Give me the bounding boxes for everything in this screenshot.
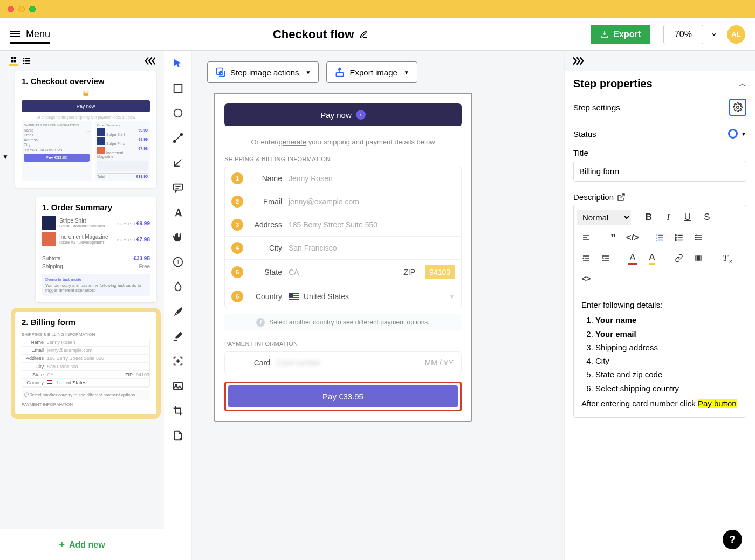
- export-button[interactable]: Export: [591, 25, 650, 44]
- edit-title-icon[interactable]: [359, 30, 368, 39]
- svg-rect-1: [14, 57, 16, 59]
- rte-html-button[interactable]: <>: [577, 271, 595, 286]
- step-properties-header[interactable]: Step properties ︿: [565, 71, 755, 96]
- crop-tool[interactable]: [170, 403, 186, 418]
- rte-strike-button[interactable]: S: [698, 210, 716, 225]
- svg-text:3: 3: [656, 239, 657, 241]
- rte-underline-button[interactable]: U: [678, 210, 697, 225]
- arrow-tool[interactable]: [170, 155, 186, 170]
- chevron-down-icon: ▼: [404, 70, 409, 75]
- number-badge: 6: [231, 291, 243, 302]
- document-title: Checkout flow: [273, 27, 354, 42]
- maximize-window-button[interactable]: [29, 6, 36, 12]
- field-label: State: [250, 268, 282, 276]
- form-row-email: 2Emailjenny@example.com: [225, 190, 461, 213]
- svg-rect-21: [337, 73, 344, 77]
- list-item: Your email: [595, 329, 636, 338]
- user-avatar[interactable]: AL: [727, 25, 745, 44]
- arrow-circle-icon: ›: [356, 110, 366, 120]
- step-image-frame[interactable]: Pay now › Or enter/generate your shippin…: [214, 93, 472, 422]
- svg-rect-2: [11, 60, 13, 62]
- text-tool[interactable]: [170, 205, 186, 220]
- add-page-tool[interactable]: [170, 428, 186, 443]
- export-image-dropdown[interactable]: Export image ▼: [326, 61, 417, 83]
- list-view-icon[interactable]: [22, 56, 31, 66]
- grid-view-icon[interactable]: [9, 56, 18, 66]
- rte-align-button[interactable]: [577, 230, 595, 245]
- ellipse-tool[interactable]: [170, 106, 186, 121]
- zoom-input[interactable]: 70%: [663, 25, 703, 44]
- step-image-actions-dropdown[interactable]: Step image actions ▼: [207, 61, 319, 83]
- pay-button: Pay €33.95: [228, 385, 458, 407]
- field-value: jenny@example.com: [289, 197, 455, 206]
- scenario-card-hotspot[interactable]: [36, 197, 156, 302]
- step-settings-button[interactable]: [729, 99, 746, 116]
- collapse-panel-icon[interactable]: [573, 56, 585, 66]
- tree-expand-marker[interactable]: ▼: [2, 153, 9, 161]
- svg-rect-29: [695, 255, 702, 260]
- close-window-button[interactable]: [8, 6, 14, 12]
- rte-clear-format-button[interactable]: T×: [716, 251, 735, 266]
- highlighter-tool[interactable]: [170, 329, 186, 344]
- panel-heading: Step properties: [573, 78, 653, 90]
- rte-ordered-list-button[interactable]: 123: [650, 230, 669, 245]
- scenario-card-billing-form: 2. Billing form SHIPPING & BILLING INFOR…: [15, 312, 156, 414]
- add-new-button[interactable]: + Add new: [0, 529, 164, 560]
- status-circle-icon: [728, 129, 738, 139]
- zoom-chevron-icon[interactable]: [711, 31, 717, 38]
- rte-indent-button[interactable]: [596, 251, 615, 266]
- minimize-window-button[interactable]: [18, 6, 25, 12]
- svg-point-13: [180, 134, 182, 136]
- scenario-card-hotspot[interactable]: [15, 71, 156, 188]
- image-tool[interactable]: [170, 378, 186, 393]
- field-label: Name: [250, 174, 282, 183]
- rte-italic-button[interactable]: I: [659, 210, 677, 225]
- blur-tool[interactable]: [170, 279, 186, 294]
- svg-rect-4: [23, 58, 24, 59]
- help-button[interactable]: ?: [723, 530, 742, 549]
- status-dropdown[interactable]: ▼: [728, 129, 746, 139]
- brush-tool[interactable]: [170, 304, 186, 319]
- rte-outdent-button[interactable]: [577, 251, 595, 266]
- svg-point-11: [174, 109, 182, 117]
- pointer-tool[interactable]: [170, 56, 186, 71]
- rte-checklist-button[interactable]: [689, 230, 708, 245]
- desc-list: Your name Your email Shipping address Ci…: [581, 313, 738, 395]
- pay-now-banner: Pay now ›: [224, 103, 462, 126]
- canvas[interactable]: Step image actions ▼ Export image ▼ Pay …: [192, 51, 564, 560]
- menu-label: Menu: [26, 29, 50, 40]
- desc-intro: Enter following details:: [581, 299, 738, 311]
- comment-tool[interactable]: [170, 180, 186, 195]
- svg-rect-0: [11, 57, 13, 59]
- rte-text-color-button[interactable]: A: [623, 251, 642, 266]
- card-row: Card Card number MM / YY: [224, 351, 462, 374]
- rte-video-button[interactable]: [689, 251, 708, 266]
- rte-style-select[interactable]: Normal: [577, 210, 631, 225]
- rte-highlight-button[interactable]: A: [643, 251, 661, 266]
- field-value: Jenny Rosen: [289, 174, 455, 183]
- focus-tool[interactable]: [170, 354, 186, 369]
- rte-link-button[interactable]: [670, 251, 688, 266]
- rte-code-button[interactable]: </>: [623, 230, 642, 245]
- plus-icon: +: [59, 539, 65, 550]
- pay-button-highlight: Pay €33.95: [224, 382, 462, 411]
- title-label: Title: [573, 148, 746, 157]
- scenario-card-checkout-overview: 1. Checkout overview 👑 Pay now Or enter/…: [15, 71, 156, 188]
- line-tool[interactable]: [170, 130, 186, 146]
- title-input[interactable]: [573, 161, 746, 182]
- form-row-state: 5StateCAZIP94103: [225, 260, 461, 285]
- rte-bold-button[interactable]: B: [640, 210, 658, 225]
- external-link-icon[interactable]: [617, 193, 626, 202]
- svg-point-28: [675, 239, 676, 240]
- rich-text-editor: Normal B I U S ” </> 123: [573, 205, 746, 418]
- rte-quote-button[interactable]: ”: [604, 230, 622, 245]
- scenario-card-hotspot[interactable]: [15, 312, 156, 414]
- hand-tool[interactable]: [170, 230, 186, 245]
- rte-content[interactable]: Enter following details: Your name Your …: [574, 291, 746, 417]
- chevron-down-icon: ▼: [306, 70, 311, 75]
- rte-unordered-list-button[interactable]: [670, 230, 688, 245]
- numbered-marker-tool[interactable]: 1: [170, 254, 186, 269]
- collapse-sidebar-icon[interactable]: [143, 56, 155, 66]
- main-menu-button[interactable]: Menu: [10, 25, 50, 44]
- rectangle-tool[interactable]: [170, 81, 186, 96]
